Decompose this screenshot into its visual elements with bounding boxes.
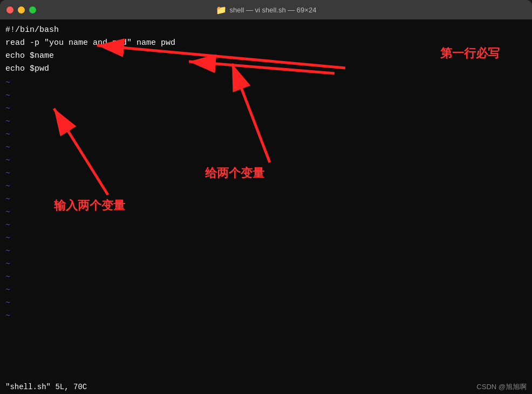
code-line-3: echo $name [5,50,527,63]
tilde-6: ~ [5,141,527,154]
folder-icon: 📁 [216,5,227,15]
tilde-1: ~ [5,77,527,90]
status-left: "shell.sh" 5L, 70C [5,383,87,391]
tilde-19: ~ [5,310,527,323]
window-title: 📁 shell — vi shell.sh — 69×24 [216,5,317,15]
terminal-body[interactable]: #!/bin/bash read -p "you name and pwd" n… [0,19,532,380]
tilde-8: ~ [5,167,527,180]
tilde-5: ~ [5,128,527,141]
tilde-4: ~ [5,116,527,128]
code-line-1: #!/bin/bash [5,24,527,37]
code-line-2: read -p "you name and pwd" name pwd [5,37,527,50]
code-line-4: echo $pwd [5,63,527,76]
tilde-14: ~ [5,245,527,258]
tilde-17: ~ [5,284,527,297]
tilde-10: ~ [5,193,527,206]
status-bar: "shell.sh" 5L, 70C CSDN @旭旭啊 [0,380,532,394]
code-content: #!/bin/bash read -p "you name and pwd" n… [5,24,527,76]
status-right: CSDN @旭旭啊 [476,382,527,392]
tilde-9: ~ [5,180,527,193]
tilde-12: ~ [5,219,527,232]
tilde-18: ~ [5,297,527,310]
tilde-lines: ~ ~ ~ ~ ~ ~ ~ ~ ~ ~ ~ ~ ~ ~ ~ ~ ~ ~ ~ [5,77,527,323]
tilde-2: ~ [5,90,527,103]
tilde-16: ~ [5,271,527,284]
tilde-3: ~ [5,103,527,116]
tilde-7: ~ [5,154,527,167]
titlebar: 📁 shell — vi shell.sh — 69×24 [0,0,532,19]
title-label: shell — vi shell.sh — 69×24 [230,6,317,14]
traffic-lights [6,6,36,13]
tilde-13: ~ [5,232,527,245]
minimize-button[interactable] [18,6,25,13]
tilde-15: ~ [5,258,527,271]
close-button[interactable] [6,6,13,13]
tilde-11: ~ [5,206,527,219]
maximize-button[interactable] [29,6,36,13]
